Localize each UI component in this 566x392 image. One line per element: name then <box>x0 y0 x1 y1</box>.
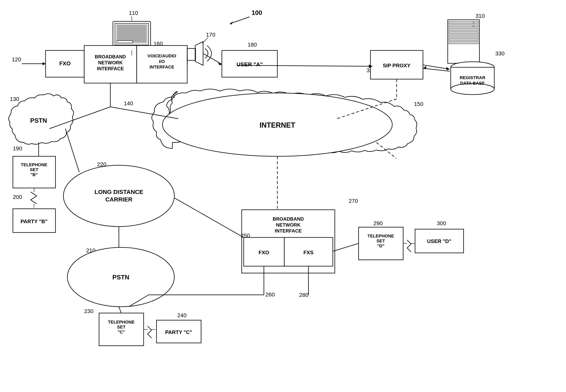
tel-b-label1: TELEPHONE <box>21 162 47 167</box>
svg-rect-17 <box>449 38 478 41</box>
ref-260: 260 <box>266 292 275 298</box>
voice-io-box <box>137 45 187 83</box>
user-a-label: USER "A" <box>237 61 263 68</box>
pstn-130-label: PSTN <box>30 117 47 124</box>
ref-230: 230 <box>84 308 93 314</box>
svg-rect-18 <box>449 42 478 44</box>
ref-270: 270 <box>349 198 358 204</box>
ref-240: 240 <box>177 312 187 318</box>
sip-proxy-label: SIP PROXY <box>383 63 410 69</box>
voice-io-label1: VOICE/AUDIO <box>147 54 176 58</box>
svg-rect-6 <box>117 25 147 42</box>
fxs-label: FXS <box>303 250 313 255</box>
tel-d-label3: "D" <box>377 243 385 248</box>
ref-290: 290 <box>373 220 383 226</box>
ref-310: 310 <box>476 13 485 19</box>
party-b-label: PARTY "B" <box>21 218 47 224</box>
ref-150: 150 <box>414 101 423 107</box>
user-d-label: USER "D" <box>427 238 451 244</box>
ref-180: 180 <box>248 42 257 48</box>
fxo-top-label: FXO <box>59 60 71 67</box>
ref-300: 300 <box>437 220 446 226</box>
svg-point-19 <box>473 22 475 24</box>
long-distance-cloud <box>63 165 174 226</box>
svg-rect-15 <box>449 31 478 34</box>
pstn-210-label: PSTN <box>112 274 129 281</box>
ref-100: 100 <box>252 9 262 16</box>
registrar-label1: REGISTRAR <box>460 75 485 80</box>
ref-200: 200 <box>13 194 22 200</box>
tel-b-label2: SET <box>30 167 38 172</box>
bni-bottom-label2: NETWORK <box>276 222 301 228</box>
registrar-label2: DATA BASE <box>460 81 485 86</box>
voice-io-label2: I/O <box>159 59 165 64</box>
tel-c-label1: TELEPHONE <box>108 320 134 324</box>
long-distance-label1: LONG DISTANCE <box>94 189 143 195</box>
tel-d-label2: SET <box>377 238 385 243</box>
svg-rect-16 <box>449 35 478 37</box>
long-distance-label2: CARRIER <box>105 196 133 203</box>
bni-top-label1: BROADBAND <box>95 54 126 59</box>
tel-c-label2: SET <box>117 324 126 329</box>
bni-top-label2: NETWORK <box>98 60 123 65</box>
tel-d-label1: TELEPHONE <box>368 234 394 238</box>
voice-io-label3: INTERFACE <box>149 65 174 70</box>
fxo-bottom-label: FXO <box>258 250 269 255</box>
bni-bottom-label1: BROADBAND <box>273 216 304 222</box>
ref-330: 330 <box>495 50 505 56</box>
tel-c-label3: "C" <box>118 329 125 335</box>
svg-rect-14 <box>449 28 478 30</box>
bni-top-label3: INTERFACE <box>97 66 124 71</box>
ref-110: 110 <box>129 10 138 16</box>
svg-point-20 <box>473 25 475 27</box>
party-c-label: PARTY "C" <box>165 329 192 335</box>
ref-130: 130 <box>10 96 19 102</box>
tel-b-label3: "B" <box>30 172 38 177</box>
ref-170: 170 <box>206 32 215 38</box>
ref-190: 190 <box>13 145 22 152</box>
svg-rect-9 <box>117 41 133 43</box>
internet-label: INTERNET <box>260 121 295 129</box>
ref-120: 120 <box>12 56 21 63</box>
ref-280: 280 <box>299 292 309 298</box>
bni-bottom-label3: INTERFACE <box>275 228 302 234</box>
ref-140: 140 <box>124 100 133 106</box>
